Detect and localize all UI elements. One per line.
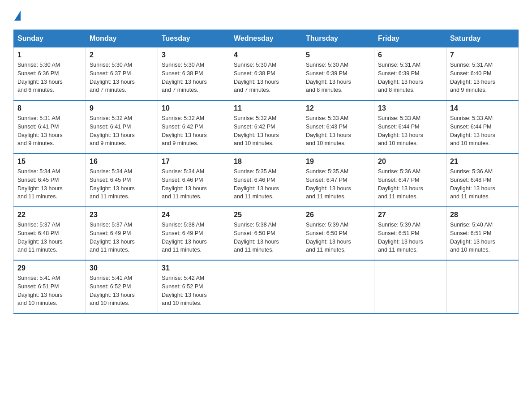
day-info: Sunrise: 5:32 AMSunset: 6:41 PMDaylight:…: [90, 115, 135, 146]
column-header-thursday: Thursday: [302, 30, 374, 47]
day-info: Sunrise: 5:32 AMSunset: 6:42 PMDaylight:…: [162, 115, 207, 146]
day-info: Sunrise: 5:37 AMSunset: 6:49 PMDaylight:…: [90, 222, 135, 253]
day-info: Sunrise: 5:37 AMSunset: 6:48 PMDaylight:…: [17, 222, 63, 253]
calendar-cell: 24Sunrise: 5:38 AMSunset: 6:49 PMDayligh…: [158, 207, 230, 260]
day-info: Sunrise: 5:32 AMSunset: 6:42 PMDaylight:…: [234, 115, 279, 146]
calendar-cell: 17Sunrise: 5:34 AMSunset: 6:46 PMDayligh…: [158, 154, 230, 207]
column-header-monday: Monday: [86, 30, 158, 47]
day-number: 16: [90, 158, 154, 166]
day-info: Sunrise: 5:30 AMSunset: 6:38 PMDaylight:…: [234, 62, 279, 93]
calendar-cell: 7Sunrise: 5:31 AMSunset: 6:40 PMDaylight…: [446, 47, 519, 101]
calendar-cell: 30Sunrise: 5:41 AMSunset: 6:52 PMDayligh…: [86, 260, 158, 313]
day-info: Sunrise: 5:34 AMSunset: 6:45 PMDaylight:…: [17, 168, 63, 200]
day-info: Sunrise: 5:39 AMSunset: 6:51 PMDaylight:…: [378, 222, 423, 253]
day-info: Sunrise: 5:30 AMSunset: 6:37 PMDaylight:…: [90, 62, 135, 93]
day-number: 22: [17, 211, 82, 219]
day-number: 11: [234, 104, 298, 112]
calendar-week-row: 29Sunrise: 5:41 AMSunset: 6:51 PMDayligh…: [14, 260, 519, 313]
day-info: Sunrise: 5:35 AMSunset: 6:47 PMDaylight:…: [306, 168, 351, 200]
day-number: 29: [17, 264, 82, 272]
day-number: 30: [90, 264, 154, 272]
day-info: Sunrise: 5:42 AMSunset: 6:52 PMDaylight:…: [162, 275, 207, 306]
calendar-header-row: SundayMondayTuesdayWednesdayThursdayFrid…: [14, 30, 519, 47]
calendar-cell: 5Sunrise: 5:30 AMSunset: 6:39 PMDaylight…: [302, 47, 374, 101]
calendar-cell: 29Sunrise: 5:41 AMSunset: 6:51 PMDayligh…: [14, 260, 86, 313]
calendar-cell: [446, 260, 519, 313]
day-number: 15: [17, 158, 82, 166]
logo: [13, 9, 21, 21]
calendar-cell: [302, 260, 374, 313]
calendar-cell: [230, 260, 302, 313]
calendar-cell: 13Sunrise: 5:33 AMSunset: 6:44 PMDayligh…: [374, 100, 446, 154]
calendar-cell: [374, 260, 446, 313]
day-info: Sunrise: 5:41 AMSunset: 6:52 PMDaylight:…: [90, 275, 135, 306]
column-header-saturday: Saturday: [446, 30, 519, 47]
column-header-tuesday: Tuesday: [158, 30, 230, 47]
day-info: Sunrise: 5:31 AMSunset: 6:40 PMDaylight:…: [450, 62, 495, 93]
day-number: 14: [450, 104, 515, 112]
calendar-cell: 11Sunrise: 5:32 AMSunset: 6:42 PMDayligh…: [230, 100, 302, 154]
day-number: 9: [90, 104, 154, 112]
day-number: 26: [306, 211, 370, 219]
calendar-cell: 10Sunrise: 5:32 AMSunset: 6:42 PMDayligh…: [158, 100, 230, 154]
calendar-week-row: 1Sunrise: 5:30 AMSunset: 6:36 PMDaylight…: [14, 47, 519, 101]
day-number: 1: [17, 51, 82, 59]
calendar-cell: 4Sunrise: 5:30 AMSunset: 6:38 PMDaylight…: [230, 47, 302, 101]
day-info: Sunrise: 5:38 AMSunset: 6:49 PMDaylight:…: [162, 222, 207, 253]
day-number: 2: [90, 51, 154, 59]
day-number: 20: [378, 158, 442, 166]
calendar-week-row: 8Sunrise: 5:31 AMSunset: 6:41 PMDaylight…: [14, 100, 519, 154]
calendar-week-row: 15Sunrise: 5:34 AMSunset: 6:45 PMDayligh…: [14, 154, 519, 207]
day-info: Sunrise: 5:31 AMSunset: 6:41 PMDaylight:…: [17, 115, 63, 146]
day-number: 8: [17, 104, 82, 112]
day-number: 3: [162, 51, 226, 59]
calendar-cell: 12Sunrise: 5:33 AMSunset: 6:43 PMDayligh…: [302, 100, 374, 154]
column-header-sunday: Sunday: [14, 30, 86, 47]
calendar-cell: 27Sunrise: 5:39 AMSunset: 6:51 PMDayligh…: [374, 207, 446, 260]
day-number: 19: [306, 158, 370, 166]
day-number: 25: [234, 211, 298, 219]
calendar-cell: 20Sunrise: 5:36 AMSunset: 6:47 PMDayligh…: [374, 154, 446, 207]
calendar-cell: 2Sunrise: 5:30 AMSunset: 6:37 PMDaylight…: [86, 47, 158, 101]
day-number: 13: [378, 104, 442, 112]
column-header-friday: Friday: [374, 30, 446, 47]
calendar-cell: 8Sunrise: 5:31 AMSunset: 6:41 PMDaylight…: [14, 100, 86, 154]
day-number: 17: [162, 158, 226, 166]
day-number: 28: [450, 211, 515, 219]
day-info: Sunrise: 5:39 AMSunset: 6:50 PMDaylight:…: [306, 222, 351, 253]
day-info: Sunrise: 5:35 AMSunset: 6:46 PMDaylight:…: [234, 168, 279, 200]
day-info: Sunrise: 5:38 AMSunset: 6:50 PMDaylight:…: [234, 222, 279, 253]
calendar-cell: 14Sunrise: 5:33 AMSunset: 6:44 PMDayligh…: [446, 100, 519, 154]
calendar-cell: 15Sunrise: 5:34 AMSunset: 6:45 PMDayligh…: [14, 154, 86, 207]
calendar-cell: 9Sunrise: 5:32 AMSunset: 6:41 PMDaylight…: [86, 100, 158, 154]
calendar-cell: 25Sunrise: 5:38 AMSunset: 6:50 PMDayligh…: [230, 207, 302, 260]
calendar-cell: 19Sunrise: 5:35 AMSunset: 6:47 PMDayligh…: [302, 154, 374, 207]
day-info: Sunrise: 5:30 AMSunset: 6:38 PMDaylight:…: [162, 62, 207, 93]
day-number: 4: [234, 51, 298, 59]
day-number: 5: [306, 51, 370, 59]
day-number: 18: [234, 158, 298, 166]
calendar-week-row: 22Sunrise: 5:37 AMSunset: 6:48 PMDayligh…: [14, 207, 519, 260]
day-number: 7: [450, 51, 515, 59]
calendar-table: SundayMondayTuesdayWednesdayThursdayFrid…: [13, 30, 519, 314]
day-info: Sunrise: 5:33 AMSunset: 6:44 PMDaylight:…: [378, 115, 423, 146]
calendar-cell: 1Sunrise: 5:30 AMSunset: 6:36 PMDaylight…: [14, 47, 86, 101]
calendar-cell: 6Sunrise: 5:31 AMSunset: 6:39 PMDaylight…: [374, 47, 446, 101]
day-info: Sunrise: 5:30 AMSunset: 6:36 PMDaylight:…: [17, 62, 63, 93]
day-info: Sunrise: 5:33 AMSunset: 6:43 PMDaylight:…: [306, 115, 351, 146]
day-number: 6: [378, 51, 442, 59]
day-number: 21: [450, 158, 515, 166]
day-info: Sunrise: 5:34 AMSunset: 6:45 PMDaylight:…: [90, 168, 135, 200]
day-info: Sunrise: 5:34 AMSunset: 6:46 PMDaylight:…: [162, 168, 207, 200]
calendar-cell: 31Sunrise: 5:42 AMSunset: 6:52 PMDayligh…: [158, 260, 230, 313]
day-info: Sunrise: 5:40 AMSunset: 6:51 PMDaylight:…: [450, 222, 495, 253]
day-info: Sunrise: 5:31 AMSunset: 6:39 PMDaylight:…: [378, 62, 423, 93]
calendar-cell: 21Sunrise: 5:36 AMSunset: 6:48 PMDayligh…: [446, 154, 519, 207]
day-info: Sunrise: 5:41 AMSunset: 6:51 PMDaylight:…: [17, 275, 63, 306]
column-header-wednesday: Wednesday: [230, 30, 302, 47]
day-info: Sunrise: 5:36 AMSunset: 6:48 PMDaylight:…: [450, 168, 495, 200]
calendar-cell: 16Sunrise: 5:34 AMSunset: 6:45 PMDayligh…: [86, 154, 158, 207]
day-number: 31: [162, 264, 226, 272]
page-header: [13, 9, 519, 21]
calendar-cell: 3Sunrise: 5:30 AMSunset: 6:38 PMDaylight…: [158, 47, 230, 101]
